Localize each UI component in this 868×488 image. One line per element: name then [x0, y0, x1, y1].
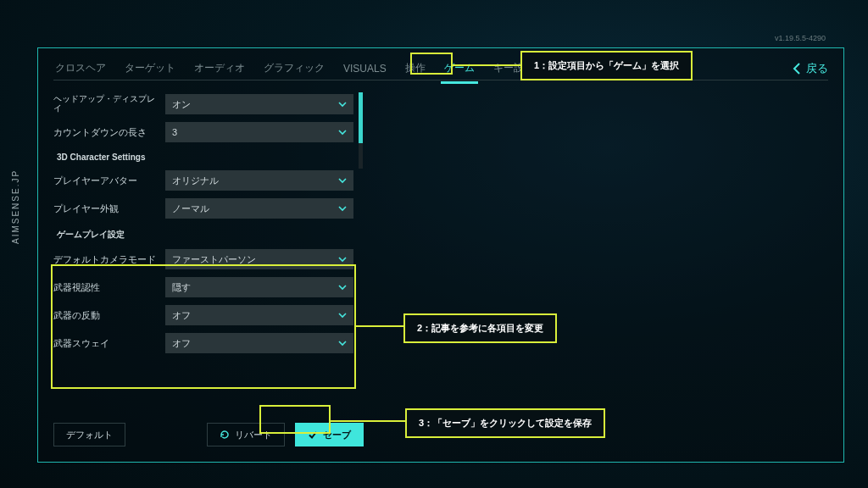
- tab-1[interactable]: ターゲット: [123, 58, 177, 79]
- callout-2: 2：記事を参考に各項目を変更: [403, 313, 557, 343]
- scrollbar-thumb[interactable]: [359, 92, 363, 143]
- chevron-down-icon: [338, 255, 347, 263]
- chevron-down-icon: [338, 100, 347, 108]
- gp-row-0: デフォルトカメラモードファーストパーソン: [53, 247, 353, 271]
- chevron-down-icon: [338, 176, 347, 185]
- save-button-label: セーブ: [323, 429, 351, 441]
- tab-2[interactable]: オーディオ: [192, 58, 247, 79]
- tab-bar: クロスヘアターゲットオーディオグラフィックVISUALS操作ゲームキー設定 戻る: [53, 57, 828, 80]
- gp-label-0: デフォルトカメラモード: [53, 254, 165, 264]
- callout-line-2: [356, 325, 403, 327]
- back-label: 戻る: [806, 61, 828, 76]
- char-label-0: プレイヤーアバター: [53, 175, 165, 186]
- gp-label-1: 武器視認性: [53, 282, 165, 292]
- gp-row-1: 武器視認性隠す: [53, 275, 353, 299]
- callout-line-1: [453, 64, 520, 66]
- settings-column: ヘッドアップ・ディスプレイオンカウントダウンの長さ3 3D Character …: [53, 92, 353, 359]
- gp-value-0: ファーストパーソン: [172, 253, 256, 266]
- top-label-1: カウントダウンの長さ: [53, 127, 165, 137]
- section-gameplay-header: ゲームプレイ設定: [57, 229, 353, 241]
- gp-label-3: 武器スウェイ: [53, 338, 165, 348]
- gp-select-2[interactable]: オフ: [165, 305, 353, 325]
- default-button[interactable]: デフォルト: [53, 423, 125, 446]
- top-select-1[interactable]: 3: [165, 122, 353, 142]
- top-value-1: 3: [172, 127, 177, 137]
- top-row-1: カウントダウンの長さ3: [53, 120, 353, 144]
- char-value-1: ノーマル: [172, 202, 209, 215]
- tab-3[interactable]: グラフィック: [262, 58, 326, 79]
- gp-value-1: 隠す: [172, 281, 191, 294]
- chevron-down-icon: [338, 128, 347, 136]
- char-label-1: プレイヤー外観: [53, 203, 165, 214]
- char-select-1[interactable]: ノーマル: [165, 198, 353, 219]
- gp-row-2: 武器の反動オフ: [53, 303, 353, 327]
- char-row-1: プレイヤー外観ノーマル: [53, 197, 353, 220]
- callout-1: 1：設定項目から「ゲーム」を選択: [520, 51, 693, 80]
- tab-0[interactable]: クロスヘア: [53, 58, 108, 79]
- gp-select-3[interactable]: オフ: [165, 333, 353, 353]
- char-row-0: プレイヤーアバターオリジナル: [53, 169, 353, 192]
- tab-6[interactable]: ゲーム: [442, 58, 476, 79]
- refresh-icon: [220, 430, 230, 440]
- gp-row-3: 武器スウェイオフ: [53, 331, 353, 355]
- default-button-label: デフォルト: [66, 429, 113, 441]
- chevron-down-icon: [338, 283, 347, 291]
- char-select-0[interactable]: オリジナル: [165, 170, 353, 191]
- chevron-down-icon: [338, 311, 347, 319]
- top-row-0: ヘッドアップ・ディスプレイオン: [53, 92, 353, 116]
- gp-value-3: オフ: [172, 337, 191, 350]
- top-value-0: オン: [172, 98, 191, 111]
- chevron-down-icon: [338, 204, 347, 213]
- tab-5[interactable]: 操作: [403, 58, 427, 79]
- gp-select-0[interactable]: ファーストパーソン: [165, 249, 353, 269]
- callout-line-3: [331, 420, 405, 422]
- revert-button-label: リバート: [235, 429, 272, 441]
- chevron-down-icon: [338, 339, 347, 347]
- revert-button[interactable]: リバート: [207, 423, 285, 446]
- back-button[interactable]: 戻る: [793, 57, 828, 80]
- gp-label-2: 武器の反動: [53, 310, 165, 320]
- scrollbar-track[interactable]: [359, 92, 363, 169]
- settings-panel: クロスヘアターゲットオーディオグラフィックVISUALS操作ゲームキー設定 戻る…: [37, 47, 844, 463]
- callout-3: 3：「セーブ」をクリックして設定を保存: [405, 408, 605, 438]
- check-icon: [308, 430, 318, 440]
- button-row: デフォルト リバート セーブ: [53, 423, 364, 446]
- top-select-0[interactable]: オン: [165, 94, 353, 114]
- chevron-left-icon: [793, 63, 801, 75]
- top-label-0: ヘッドアップ・ディスプレイ: [53, 95, 165, 114]
- gp-value-2: オフ: [172, 309, 191, 322]
- char-value-0: オリジナル: [172, 175, 219, 187]
- section-3d-header: 3D Character Settings: [57, 152, 353, 162]
- version-label: v1.19.5.5-4290: [775, 34, 826, 42]
- watermark-text: AIMSENSE.JP: [11, 169, 20, 244]
- save-button[interactable]: セーブ: [295, 423, 364, 446]
- tab-4[interactable]: VISUALS: [342, 59, 388, 78]
- gp-select-1[interactable]: 隠す: [165, 277, 353, 297]
